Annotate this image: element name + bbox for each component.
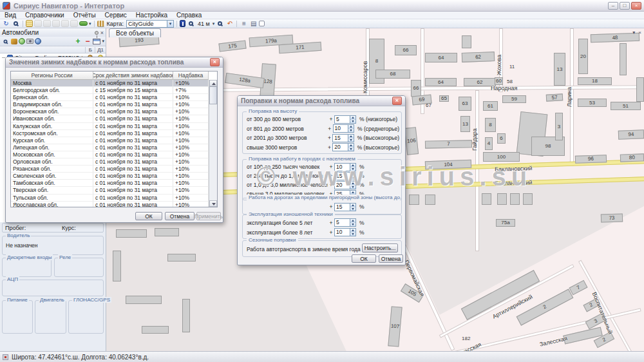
spin-input[interactable]: 20 (332, 143, 354, 151)
table-row[interactable]: Владимирская обл.с 01 ноября по 31 марта… (11, 101, 217, 108)
table-cell: +10% (173, 166, 209, 173)
menu-item-1[interactable]: Справочники (21, 12, 69, 19)
scroll-up-icon[interactable] (209, 80, 217, 86)
zoom-chevron-icon[interactable]: ▾ (213, 21, 215, 26)
spin-input[interactable]: 20 (334, 181, 356, 189)
table-row[interactable]: Тульская обл.с 01 ноября по 31 марта+10% (11, 195, 217, 202)
refresh-icon[interactable]: ↻ (2, 20, 10, 27)
spin-down-icon[interactable] (350, 185, 355, 189)
magnifier-icon (218, 21, 222, 26)
menu-item-4[interactable]: Настройка (131, 12, 172, 19)
brush-icon[interactable] (11, 39, 17, 44)
add-vehicle-button[interactable]: + (73, 38, 82, 45)
list-icon[interactable]: ≡ (240, 20, 248, 27)
spin-input[interactable]: 10 (334, 228, 356, 236)
combo-arrow-icon[interactable]: ▾ (167, 21, 173, 27)
map-select[interactable]: CityGuide ▾ (126, 20, 174, 28)
table-row[interactable]: Смоленская обл.с 01 ноября по 31 марта+1… (11, 173, 217, 180)
spin-down-icon[interactable] (350, 119, 355, 123)
table-row[interactable]: Курская обл.с 01 ноября по 31 марта+10% (11, 137, 217, 144)
table-row[interactable]: Тверская обл.с 01 ноября по 31 марта+10% (11, 187, 217, 194)
table-row[interactable]: Калужская обл.с 01 ноября по 31 марта+10… (11, 123, 217, 130)
spin-down-icon[interactable] (348, 147, 354, 151)
table-column-header[interactable]: Регионы России (11, 71, 93, 80)
spin-down-icon[interactable] (350, 232, 355, 236)
table-cell: Ярославская обл. (11, 202, 93, 207)
dialog1-close-icon[interactable]: × (210, 58, 220, 66)
zoom-level-icon[interactable] (187, 20, 195, 27)
table-scrollbar[interactable] (209, 80, 217, 207)
scroll-down-icon[interactable] (209, 200, 217, 207)
maximize-button[interactable]: □ (620, 2, 630, 10)
map-scale-icon[interactable] (180, 20, 185, 27)
spin-down-icon[interactable] (348, 138, 354, 142)
dialog2-ok-button[interactable]: ОК (352, 254, 376, 263)
form-icon[interactable]: ▤ (249, 20, 258, 27)
spin-input[interactable]: 5 (334, 218, 356, 227)
table-row[interactable]: Белгородская обл.с 15 ноября по 15 марта… (11, 87, 217, 94)
table-row[interactable]: Воронежская обл.с 01 ноября по 31 марта+… (11, 108, 217, 115)
correction-suffix: % (низкогорье) (359, 116, 397, 122)
close-button[interactable]: × (631, 2, 641, 10)
scroll-thumb[interactable] (209, 86, 217, 104)
table-row[interactable]: Москвас 01 ноября по 31 марта+10% (11, 80, 217, 87)
spin-down-icon[interactable] (350, 207, 355, 211)
table-row[interactable]: Тамбовская обл.с 01 ноября по 31 марта+1… (11, 180, 217, 187)
table-column-header[interactable]: Надбавка (173, 71, 209, 80)
table-row[interactable]: Липецкая обл.с 01 ноября по 31 марта+10% (11, 144, 217, 151)
minimize-button[interactable]: – (608, 2, 618, 10)
spin-down-icon[interactable] (350, 176, 355, 180)
table-column-header[interactable]: Срок действия зимних надбавок (93, 71, 173, 80)
table-row[interactable]: Брянская обл.с 01 ноября по 31 марта+10% (11, 94, 217, 101)
table-row[interactable]: Ивановская обл.с 01 ноября по 31 марта+1… (11, 115, 217, 122)
edit-note-icon[interactable] (26, 20, 33, 27)
back-arrow-icon[interactable]: ↶ (225, 20, 234, 27)
menu-item-3[interactable]: Сервис (100, 12, 131, 19)
pin-icon[interactable] (95, 31, 99, 35)
table-row[interactable]: Московская обл.с 01 ноября по 31 марта+1… (11, 151, 217, 158)
globe-icon[interactable] (19, 38, 25, 44)
table-row[interactable]: Орловская обл.с 01 ноября по 31 марта+10… (11, 158, 217, 166)
tab-all-objects[interactable]: Все объекты (109, 28, 161, 37)
spin-input[interactable]: 5 (334, 115, 356, 124)
remove-vehicle-button[interactable]: − (83, 38, 91, 45)
globe-blue-icon[interactable] (35, 38, 41, 44)
spin-input[interactable]: 15 (334, 203, 356, 211)
find-vehicle-icon[interactable] (1, 38, 10, 45)
building: 18 (578, 77, 612, 85)
camera-icon[interactable] (26, 39, 33, 44)
panel-close-icon[interactable]: × (100, 30, 104, 36)
dialog2-close-icon[interactable]: × (392, 97, 402, 105)
search-icon[interactable] (12, 20, 20, 27)
column-d1[interactable]: Д1 (95, 47, 104, 53)
chart-icon[interactable] (97, 21, 104, 27)
dialog1-cancel-button[interactable]: Отмена (165, 212, 194, 220)
table-row[interactable]: Рязанская обл.с 01 ноября по 31 марта+10… (11, 166, 217, 173)
spin-input[interactable]: 15 (332, 134, 354, 142)
dialog1-ok-button[interactable]: ОК (135, 212, 162, 220)
zoom-in-icon[interactable] (216, 20, 224, 27)
spin-down-icon[interactable] (350, 222, 355, 226)
spin-down-icon[interactable] (348, 128, 354, 132)
spin-input[interactable]: 10 (333, 124, 354, 133)
column-b[interactable]: Б (85, 47, 92, 53)
chevron-down-icon[interactable]: ▾ (89, 21, 91, 26)
menu-item-0[interactable]: Вид (0, 12, 21, 19)
map-close-icon[interactable]: × (638, 30, 641, 35)
dialog1-titlebar[interactable]: Значения зимних надбавок к нормам расход… (6, 57, 223, 68)
layout-split-icon[interactable] (93, 39, 100, 44)
panel-chevron-icon[interactable]: ▾ (102, 39, 104, 44)
configure-button[interactable]: Настроить... (362, 243, 398, 252)
table-row[interactable]: Костромская обл.с 01 ноября по 31 марта+… (11, 130, 217, 137)
spin-down-icon[interactable] (350, 167, 355, 171)
map-dropdown-icon[interactable]: ▾ (632, 30, 635, 35)
menu-item-5[interactable]: Справка (172, 12, 206, 19)
spin-input[interactable]: 15 (334, 172, 356, 180)
spin-input[interactable]: 10 (334, 163, 356, 171)
toolbar-checkbox[interactable] (259, 21, 265, 26)
table-row[interactable]: Ярославская обл.с 01 ноября по 31 марта+… (11, 202, 217, 207)
dialog2-cancel-button[interactable]: Отмена (379, 254, 403, 263)
menu-item-2[interactable]: Отчёты (69, 12, 100, 19)
dialog2-titlebar[interactable]: Поправки к нормам расхода топлива × (238, 96, 405, 106)
track-filter-icon[interactable] (79, 20, 88, 27)
